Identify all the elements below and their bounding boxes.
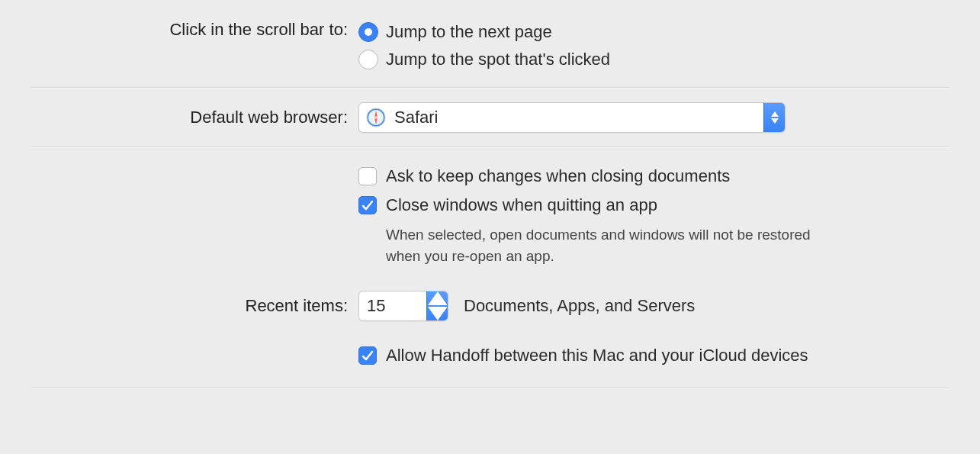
svg-marker-6 bbox=[428, 291, 448, 305]
svg-marker-4 bbox=[771, 111, 779, 117]
svg-marker-7 bbox=[428, 307, 448, 320]
default-browser-popup[interactable]: Safari bbox=[358, 102, 786, 133]
divider bbox=[31, 387, 949, 388]
close-windows-checkbox[interactable]: Close windows when quitting an app bbox=[358, 191, 949, 220]
recent-items-label: Recent items: bbox=[31, 296, 358, 316]
scroll-click-row: Click in the scroll bar to: Jump to the … bbox=[31, 15, 949, 76]
svg-marker-5 bbox=[771, 118, 779, 124]
close-windows-helper: When selected, open documents and window… bbox=[358, 220, 831, 266]
radio-icon bbox=[358, 50, 378, 69]
close-windows-label: Close windows when quitting an app bbox=[386, 195, 657, 215]
ask-keep-changes-label: Ask to keep changes when closing documen… bbox=[386, 166, 730, 186]
recent-items-control: 15 Documents, Apps, and Servers bbox=[358, 291, 949, 321]
allow-handoff-label: Allow Handoff between this Mac and your … bbox=[386, 346, 808, 365]
allow-handoff-checkbox[interactable]: Allow Handoff between this Mac and your … bbox=[358, 341, 949, 370]
spacer bbox=[31, 341, 358, 343]
scroll-option-next-page[interactable]: Jump to the next page bbox=[358, 18, 949, 46]
recent-items-value: 15 bbox=[359, 296, 426, 316]
radio-icon bbox=[358, 22, 378, 42]
checkbox-icon bbox=[358, 346, 377, 365]
scroll-click-label: Click in the scroll bar to: bbox=[31, 18, 358, 40]
default-browser-row: Default web browser: Safari bbox=[31, 99, 949, 136]
scroll-click-options: Jump to the next page Jump to the spot t… bbox=[358, 18, 949, 73]
handoff-control: Allow Handoff between this Mac and your … bbox=[358, 341, 949, 370]
checkbox-icon bbox=[358, 167, 377, 185]
scroll-option-label: Jump to the next page bbox=[386, 22, 552, 42]
default-browser-value: Safari bbox=[387, 108, 763, 127]
checkbox-icon bbox=[358, 196, 377, 214]
divider bbox=[31, 147, 949, 148]
documents-row: Ask to keep changes when closing documen… bbox=[31, 159, 949, 269]
scroll-option-label: Jump to the spot that's clicked bbox=[386, 50, 610, 69]
ask-keep-changes-checkbox[interactable]: Ask to keep changes when closing documen… bbox=[358, 162, 949, 191]
documents-options: Ask to keep changes when closing documen… bbox=[358, 162, 949, 266]
divider bbox=[31, 87, 949, 89]
default-browser-label: Default web browser: bbox=[31, 108, 358, 127]
default-browser-control: Safari bbox=[358, 102, 949, 133]
recent-items-suffix: Documents, Apps, and Servers bbox=[464, 296, 695, 316]
recent-items-row: Recent items: 15 Documents, Apps, and Se… bbox=[31, 288, 949, 324]
spacer bbox=[31, 162, 358, 163]
general-preferences-pane: Click in the scroll bar to: Jump to the … bbox=[0, 0, 980, 407]
scroll-option-spot-clicked[interactable]: Jump to the spot that's clicked bbox=[358, 46, 949, 73]
popup-arrows-icon bbox=[426, 291, 448, 320]
recent-items-stepper[interactable]: 15 bbox=[358, 291, 448, 321]
safari-icon bbox=[365, 107, 387, 128]
handoff-row: Allow Handoff between this Mac and your … bbox=[31, 338, 949, 373]
popup-arrows-icon bbox=[763, 103, 785, 132]
